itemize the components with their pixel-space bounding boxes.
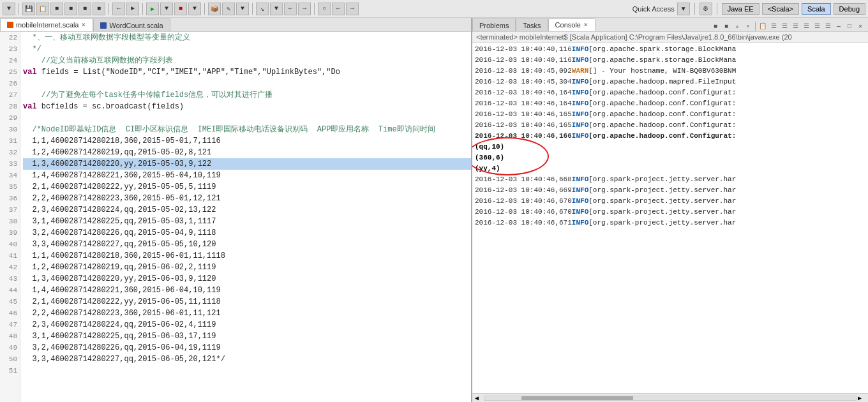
console-line: 2016-12-03 10:40:45,092 WARN [] - Your h… xyxy=(475,66,865,77)
tab-label-tasks: Tasks xyxy=(523,22,541,29)
toolbar-btn-10[interactable]: ↘ xyxy=(256,3,269,15)
quick-access-btn[interactable]: ▼ xyxy=(677,3,690,15)
toolbar-btn-13[interactable]: → xyxy=(298,3,311,15)
code-line-39: 3,2,460028714280226,qq,2015-05-04,9,1118 xyxy=(23,227,471,239)
toolbar-btn-run[interactable]: ▶ xyxy=(146,3,159,15)
tab-close-console[interactable]: ✕ xyxy=(583,22,588,28)
line-numbers: 2223242526272829303132333435363738394041… xyxy=(0,32,20,402)
line-number-37: 37 xyxy=(0,204,17,216)
toolbar-btn-1[interactable]: ▼ xyxy=(3,3,15,15)
toolbar-btn-3[interactable]: ■ xyxy=(50,3,63,15)
code-line-25: val fields = List("NodeID","CI","IMEI","… xyxy=(23,66,471,78)
line-number-29: 29 xyxy=(0,112,17,124)
console-btn-2[interactable]: ■ xyxy=(721,21,731,31)
toolbar-btn-8[interactable]: 📦 xyxy=(208,3,221,15)
line-number-38: 38 xyxy=(0,216,17,227)
toolbar-btn-7[interactable]: ← xyxy=(112,3,125,15)
toolbar-btn-4[interactable]: ■ xyxy=(64,3,77,15)
console-btn-maximize[interactable]: □ xyxy=(844,21,855,31)
console-bottom-bar: ◀ ▶ xyxy=(472,393,868,402)
line-number-33: 33 xyxy=(0,158,17,170)
code-content[interactable]: *、一、移动互联网数据字段模型等变量的定义 */ //定义当前移动互联网数据的字… xyxy=(20,32,471,402)
toolbar-btn-14[interactable]: ○ xyxy=(318,3,331,15)
line-number-47: 47 xyxy=(0,319,17,331)
tab-close-mobile[interactable]: ✕ xyxy=(81,22,86,28)
toolbar-btn-11[interactable]: ▼ xyxy=(270,3,283,15)
console-btn-9[interactable]: ☰ xyxy=(801,21,811,31)
tab-console[interactable]: Console ✕ xyxy=(548,19,595,31)
code-line-37: 2,3,460028714280224,qq,2015-05-02,13,122 xyxy=(23,204,471,216)
console-line: 2016-12-03 10:40:46,669 INFO [org.spark-… xyxy=(475,185,865,196)
toolbar-sep-1 xyxy=(19,3,19,15)
tab-wordcount[interactable]: WordCount.scala xyxy=(93,19,170,31)
line-number-40: 40 xyxy=(0,239,17,250)
tab-scala[interactable]: Scala xyxy=(802,3,831,15)
toolbar-btn-debug[interactable]: ► xyxy=(126,3,139,15)
toolbar-btn-settings[interactable]: ⚙ xyxy=(700,3,712,15)
toolbar-btn-stop-dd[interactable]: ▼ xyxy=(188,3,201,15)
toolbar-btn-12[interactable]: ← xyxy=(284,3,297,15)
code-line-26 xyxy=(23,78,471,89)
toolbar-sep-7 xyxy=(694,3,695,15)
line-number-27: 27 xyxy=(0,89,17,101)
console-output[interactable]: 2016-12-03 10:40:40,116 INFO [org.apache… xyxy=(472,43,868,393)
console-btn-11[interactable]: ☰ xyxy=(823,21,833,31)
code-line-23: */ xyxy=(23,43,471,55)
toolbar-btn-5[interactable]: ■ xyxy=(79,3,91,15)
tab-mobile-internet[interactable]: mobileInternet.scala ✕ xyxy=(0,19,93,31)
toolbar-btn-9b[interactable]: ▼ xyxy=(236,3,249,15)
toolbar-btn-save[interactable]: 💾 xyxy=(22,3,35,15)
toolbar-sep-4 xyxy=(204,3,205,15)
line-number-50: 50 xyxy=(0,354,17,365)
tab-problems[interactable]: Problems xyxy=(472,19,516,31)
console-btn-5[interactable]: 📋 xyxy=(758,21,768,31)
console-line: 2016-12-03 10:40:46,671 INFO [org.spark-… xyxy=(475,218,865,228)
console-btn-close[interactable]: ✕ xyxy=(855,21,865,31)
line-number-44: 44 xyxy=(0,285,17,296)
code-line-50: 3,3,460028714280227,qq,2015-06-05,20,121… xyxy=(23,354,471,365)
tab-icon-wc xyxy=(100,22,107,29)
line-number-39: 39 xyxy=(0,227,17,239)
console-btn-10[interactable]: ☰ xyxy=(812,21,822,31)
toolbar-btn-stop[interactable]: ■ xyxy=(174,3,187,15)
console-scrollbar-h[interactable] xyxy=(484,396,857,401)
console-line: 2016-12-03 10:40:46,670 INFO [org.spark-… xyxy=(475,196,865,207)
tab-debug[interactable]: Debug xyxy=(834,3,865,15)
line-number-32: 32 xyxy=(0,147,17,158)
line-number-41: 41 xyxy=(0,250,17,262)
line-number-22: 22 xyxy=(0,32,17,43)
scroll-right-btn[interactable]: ▶ xyxy=(858,394,865,402)
tab-label-problems: Problems xyxy=(479,22,509,29)
quick-access-label: Quick Access xyxy=(632,5,675,13)
tab-javaee[interactable]: Java EE xyxy=(722,3,760,15)
code-line-34: 1,4,460028714280221,360,2015-05-04,10,11… xyxy=(23,170,471,181)
console-btn-4[interactable]: ▿ xyxy=(743,21,753,31)
toolbar-btn-run-dd[interactable]: ▼ xyxy=(160,3,173,15)
toolbar-btn-15[interactable]: ← xyxy=(332,3,345,15)
console-status: <terminated> mobileInternet$ [Scala Appl… xyxy=(472,32,868,43)
code-line-47: 2,3,460028714280224,qq,2015-06-02,4,1119 xyxy=(23,319,471,331)
code-line-49: 3,2,460028714280226,qq,2015-06-04,19,111… xyxy=(23,342,471,354)
toolbar-btn-2[interactable]: 📋 xyxy=(36,3,49,15)
console-btn-7[interactable]: ☰ xyxy=(779,21,789,31)
console-line: 2016-12-03 10:40:46,164 INFO [org.apache… xyxy=(475,87,865,98)
code-line-28: val bcfields = sc.broadcast(fields) xyxy=(23,101,471,112)
console-btn-6[interactable]: ☰ xyxy=(768,21,779,31)
line-number-28: 28 xyxy=(0,101,17,112)
tab-tasks[interactable]: Tasks xyxy=(516,19,548,31)
editor-tab-bar: mobileInternet.scala ✕ WordCount.scala xyxy=(0,18,471,32)
tab-scala-brk[interactable]: <Scala> xyxy=(762,3,799,15)
toolbar-btn-16[interactable]: → xyxy=(346,3,359,15)
line-number-23: 23 xyxy=(0,43,17,55)
console-btn-minimize[interactable]: — xyxy=(834,21,844,31)
code-line-32: 1,2,460028714280219,qq,2015-05-02,8,121 xyxy=(23,147,471,158)
line-number-25: 25 xyxy=(0,66,17,78)
code-line-48: 3,1,460028714280225,qq,2015-06-03,17,119 xyxy=(23,331,471,342)
code-area: 2223242526272829303132333435363738394041… xyxy=(0,32,471,402)
toolbar-btn-9[interactable]: ✎ xyxy=(222,3,235,15)
console-btn-8[interactable]: ☰ xyxy=(790,21,800,31)
console-btn-3[interactable]: ▵ xyxy=(732,21,742,31)
toolbar-btn-6[interactable]: ■ xyxy=(93,3,105,15)
console-btn-1[interactable]: ■ xyxy=(710,21,721,31)
scroll-left-btn[interactable]: ◀ xyxy=(475,394,483,402)
